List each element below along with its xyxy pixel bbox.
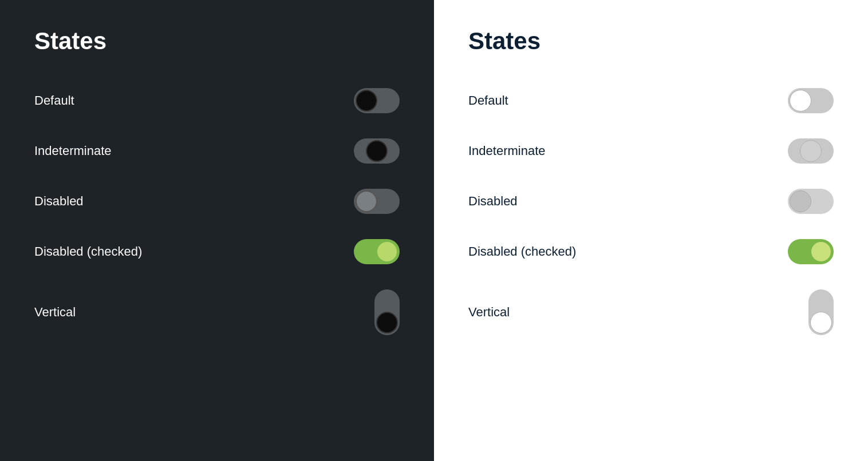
dark-vertical-row: Vertical (34, 277, 400, 348)
light-disabled-knob (790, 190, 811, 212)
light-vertical-label: Vertical (468, 305, 510, 320)
dark-disabled-checked-row: Disabled (checked) (34, 226, 400, 277)
dark-disabled-checked-knob (376, 241, 398, 263)
dark-indeterminate-row: Indeterminate (34, 126, 400, 176)
light-vertical-toggle-wrapper[interactable] (808, 289, 834, 335)
light-disabled-checked-row: Disabled (checked) (468, 226, 834, 277)
light-disabled-label: Disabled (468, 194, 518, 209)
dark-default-knob (356, 90, 377, 112)
light-indeterminate-row: Indeterminate (468, 126, 834, 176)
dark-indeterminate-toggle[interactable] (354, 138, 400, 164)
light-default-label: Default (468, 93, 508, 108)
light-default-row: Default (468, 75, 834, 126)
light-vertical-knob (810, 312, 832, 333)
light-panel-title: States (468, 27, 834, 55)
dark-disabled-checked-toggle-wrapper (354, 239, 400, 264)
dark-indeterminate-label: Indeterminate (34, 144, 112, 158)
dark-disabled-label: Disabled (34, 194, 84, 209)
dark-indeterminate-knob (366, 140, 388, 162)
light-disabled-row: Disabled (468, 176, 834, 226)
light-indeterminate-toggle[interactable] (788, 138, 834, 164)
light-default-knob (790, 90, 811, 112)
dark-disabled-checked-toggle (354, 239, 400, 264)
light-default-toggle[interactable] (788, 88, 834, 113)
dark-default-row: Default (34, 75, 400, 126)
light-disabled-checked-toggle-wrapper (788, 239, 834, 264)
light-default-toggle-wrapper[interactable] (788, 88, 834, 113)
light-vertical-toggle[interactable] (808, 289, 834, 335)
light-disabled-checked-knob (810, 241, 832, 263)
light-disabled-checked-toggle (788, 239, 834, 264)
dark-vertical-toggle-wrapper[interactable] (374, 289, 400, 335)
dark-disabled-toggle (354, 189, 400, 214)
dark-indeterminate-toggle-wrapper[interactable] (354, 138, 400, 164)
light-indeterminate-toggle-wrapper[interactable] (788, 138, 834, 164)
dark-disabled-knob (356, 190, 377, 212)
dark-default-label: Default (34, 93, 74, 108)
dark-vertical-knob (376, 312, 398, 333)
dark-default-toggle[interactable] (354, 88, 400, 113)
dark-disabled-toggle-wrapper (354, 189, 400, 214)
light-disabled-toggle (788, 189, 834, 214)
dark-disabled-row: Disabled (34, 176, 400, 226)
dark-default-toggle-wrapper[interactable] (354, 88, 400, 113)
dark-panel-title: States (34, 27, 400, 55)
light-vertical-row: Vertical (468, 277, 834, 348)
dark-disabled-checked-label: Disabled (checked) (34, 244, 142, 259)
dark-panel: States Default Indeterminate Disabled Di… (0, 0, 434, 461)
light-indeterminate-knob (800, 140, 822, 162)
light-disabled-checked-label: Disabled (checked) (468, 244, 576, 259)
light-panel: States Default Indeterminate Disabled Di… (434, 0, 868, 461)
dark-vertical-toggle[interactable] (374, 289, 400, 335)
light-indeterminate-label: Indeterminate (468, 144, 546, 158)
light-disabled-toggle-wrapper (788, 189, 834, 214)
dark-vertical-label: Vertical (34, 305, 76, 320)
